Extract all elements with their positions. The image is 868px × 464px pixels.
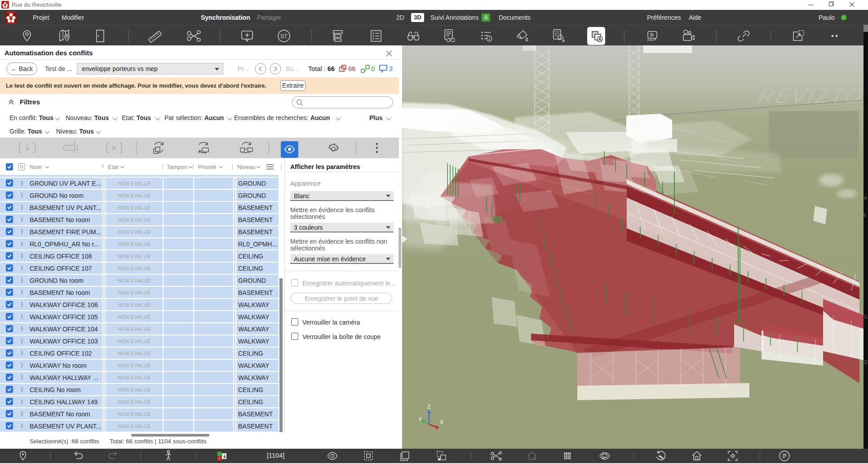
svg-text:Z: Z <box>427 404 430 410</box>
svg-text:X: X <box>440 419 443 425</box>
svg-text:Y: Y <box>418 416 422 423</box>
svg-text:ST: ST <box>280 33 288 40</box>
